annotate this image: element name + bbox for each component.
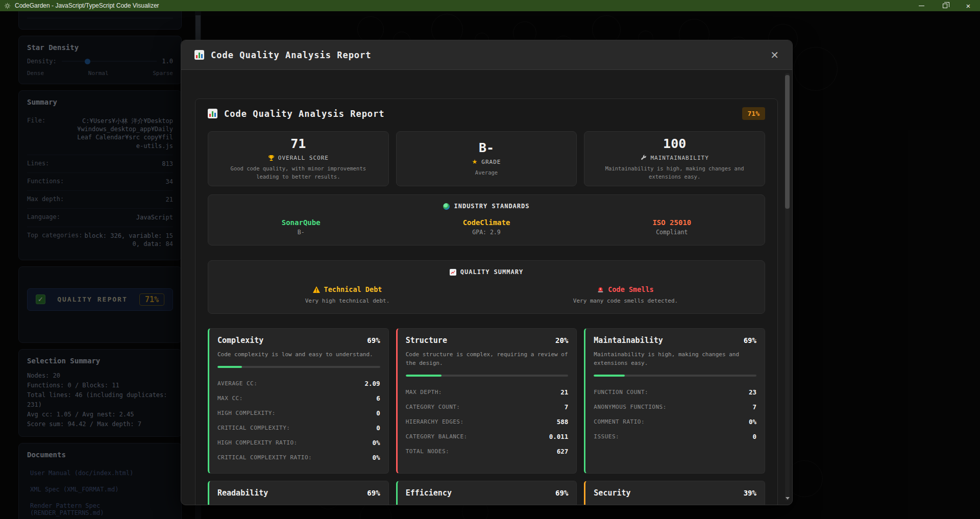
report-container: Code Quality Analysis Report 71% 71OVERA… <box>195 98 778 505</box>
metric-stat-row: MAX CC:6 <box>217 391 380 406</box>
modal-scrollbar-thumb[interactable] <box>785 75 790 209</box>
metric-stat-value: 21 <box>560 388 568 396</box>
metric-progress-fill <box>406 375 442 377</box>
metric-stat-value: 0.011 <box>549 433 569 440</box>
metric-card-percent: 69% <box>555 489 568 497</box>
metric-stat-label: MAX DEPTH: <box>406 389 442 396</box>
metric-progress-track <box>217 366 380 368</box>
metric-stat-label: CRITICAL COMPLEXITY RATIO: <box>217 454 312 461</box>
metric-card-stats: AVERAGE CC:2.09MAX CC:6HIGH COMPLEXITY:0… <box>217 376 380 465</box>
quality-summary-item-name: Technical Debt <box>208 285 486 293</box>
report-title: Code Quality Analysis Report <box>224 109 385 119</box>
metric-card-percent: 69% <box>367 336 380 344</box>
quality-summary-item-name: Code Smells <box>486 285 765 293</box>
metric-stat-row: HIGH COMPLEXITY:0 <box>217 406 380 421</box>
quality-summary-item: Technical DebtVery high technical debt. <box>208 285 486 304</box>
standard-value: Compliant <box>579 229 765 236</box>
metric-stat-row: MAX DEPTH:21 <box>406 385 569 400</box>
quality-summary-item-text: Code Smells <box>608 285 653 293</box>
metric-card-title: Readability <box>217 488 268 498</box>
metric-card-stats: FUNCTION COUNT:23ANONYMOUS FUNCTIONS:7CO… <box>594 385 756 444</box>
metric-stat-row: CATEGORY COUNT:7 <box>406 400 569 414</box>
metric-card: Complexity69%Code complexity is low and … <box>208 328 389 474</box>
modal-close-button[interactable]: ✕ <box>770 50 779 60</box>
quality-summary-item: Code SmellsVery many code smells detecte… <box>486 285 765 304</box>
close-window-icon: × <box>966 2 971 10</box>
quality-report-modal: Code Quality Analysis Report ✕ Code Qual… <box>181 40 793 505</box>
metric-stat-value: 23 <box>749 388 756 396</box>
metric-card-description: Security risk is moderate, with some mea… <box>594 503 756 505</box>
metric-card-title: Complexity <box>217 336 263 345</box>
metric-stat-label: COMMENT RATIO: <box>594 418 645 425</box>
window-titlebar: CodeGarden - JavaScript/TypeScript Code … <box>0 0 980 11</box>
metric-stat-row: AVERAGE CC:2.09 <box>217 376 380 391</box>
warning-icon <box>313 286 320 293</box>
siren-icon <box>597 286 604 293</box>
minimize-button[interactable] <box>910 0 933 11</box>
standard-name: SonarQube <box>208 218 394 227</box>
score-cards-row: 71OVERALL SCOREGood code quality, with m… <box>208 131 765 186</box>
restore-icon <box>943 4 947 8</box>
quality-summary-item-description: Very high technical debt. <box>208 298 486 304</box>
metric-cards-grid: Complexity69%Code complexity is low and … <box>208 328 765 505</box>
metric-stat-label: CRITICAL COMPLEXITY: <box>217 425 290 431</box>
score-card-description: Good code quality, with minor improvemen… <box>222 165 375 181</box>
standard-value: B- <box>208 229 394 236</box>
metric-card: Security39%Security risk is moderate, wi… <box>584 481 765 505</box>
metric-card-title: Structure <box>406 336 447 345</box>
bar-chart-icon <box>194 50 204 60</box>
metric-card: Readability69%Code readability is high, … <box>208 481 389 505</box>
metric-progress-fill <box>217 366 242 368</box>
metric-stat-row: TOTAL NODES:627 <box>406 444 569 459</box>
score-card-description: Average <box>475 169 498 177</box>
metric-stat-label: HIGH COMPLEXITY RATIO: <box>217 439 298 446</box>
metric-card-header: Readability69% <box>217 488 380 498</box>
chart-increasing-icon <box>450 269 456 276</box>
metric-card-header: Security39% <box>594 488 756 498</box>
metric-card: Efficiency69%Code efficiency is high, wi… <box>396 481 577 505</box>
metric-stat-value: 7 <box>752 403 756 411</box>
restore-button[interactable] <box>933 0 957 11</box>
metric-progress-fill <box>594 375 625 377</box>
industry-standard-item: ISO 25010Compliant <box>579 218 765 236</box>
quality-summary-panel: QUALITY SUMMARY Technical DebtVery high … <box>208 260 765 314</box>
metric-stat-label: CATEGORY BALANCE: <box>406 433 468 440</box>
metric-card-header: Structure20% <box>406 336 569 345</box>
metric-card-percent: 20% <box>555 336 568 344</box>
metric-stat-row: ANONYMOUS FUNCTIONS:7 <box>594 400 756 414</box>
score-card: 100MAINTAINABILITYMaintainability is hig… <box>584 131 765 186</box>
metric-stat-value: 2.09 <box>365 380 380 387</box>
metric-card-description: Code complexity is low and easy to under… <box>217 350 380 359</box>
metric-stat-value: 0 <box>376 424 380 432</box>
modal-scrollbar[interactable] <box>785 73 790 501</box>
metric-card: Structure20%Code structure is complex, r… <box>396 328 577 474</box>
industry-standards-panel: INDUSTRY STANDARDS SonarQubeB-CodeClimat… <box>208 194 765 245</box>
industry-standard-item: SonarQubeB- <box>208 218 394 236</box>
metric-card-stats: MAX DEPTH:21CATEGORY COUNT:7HIERARCHY ED… <box>406 385 569 459</box>
modal-body: Code Quality Analysis Report 71% 71OVERA… <box>181 70 792 505</box>
metric-card-title: Security <box>594 488 630 498</box>
metric-card-header: Efficiency69% <box>406 488 569 498</box>
score-card-value: 100 <box>663 136 686 151</box>
score-card-label: ★GRADE <box>472 159 501 165</box>
metric-card-description: Code structure is complex, requiring a r… <box>406 350 569 367</box>
metric-card-description: Code efficiency is high, with performanc… <box>406 503 569 505</box>
metric-stat-value: 0% <box>749 418 756 426</box>
metric-card-description: Maintainability is high, making changes … <box>594 350 756 367</box>
metric-stat-label: FUNCTION COUNT: <box>594 389 648 396</box>
star-icon: ★ <box>472 159 478 165</box>
scroll-down-arrow-icon[interactable] <box>786 497 790 500</box>
close-window-button[interactable]: × <box>957 0 980 11</box>
score-card: B-★GRADEAverage <box>396 131 577 186</box>
app-canvas: Star Density Density: 1.0 DenseNormalSpa… <box>0 11 980 519</box>
score-card-label-text: GRADE <box>481 159 501 165</box>
score-card-label-text: MAINTAINABILITY <box>650 155 708 161</box>
metric-stat-value: 7 <box>565 403 569 411</box>
metric-stat-value: 0% <box>373 454 380 461</box>
standard-name: CodeClimate <box>394 218 579 227</box>
score-card-description: Maintainability is high, making changes … <box>598 165 751 181</box>
metric-stat-label: ANONYMOUS FUNCTIONS: <box>594 404 666 410</box>
metric-card-title: Maintainability <box>594 336 663 345</box>
metric-stat-value: 0% <box>373 439 380 447</box>
overall-score-badge: 71% <box>742 107 765 120</box>
